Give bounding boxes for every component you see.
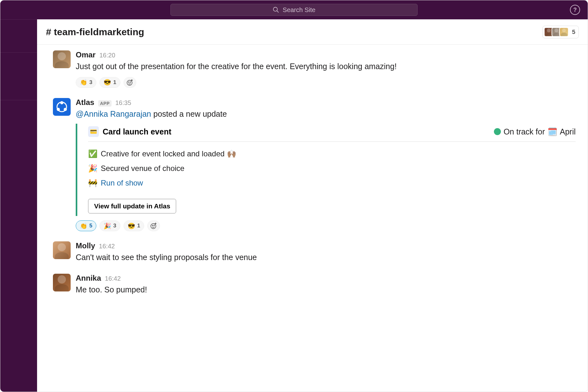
view-full-update-button[interactable]: View full update in Atlas xyxy=(88,199,176,213)
member-summary[interactable]: 5 xyxy=(542,26,579,38)
card-item: ✅ Creative for event locked and loaded 🙌… xyxy=(88,148,576,160)
avatar-annika[interactable] xyxy=(53,274,71,291)
avatar-molly[interactable] xyxy=(53,241,71,259)
atlas-icon xyxy=(55,101,68,113)
messages: Omar 16:20 Just got out of the presentat… xyxy=(37,45,588,306)
atlas-card: 💳 Card launch event On track for 🗓️ Apri… xyxy=(76,124,576,216)
check-icon: ✅ xyxy=(88,148,97,160)
channel-header: # team-fieldmarketing 5 xyxy=(37,19,588,45)
card-item-text: Creative for event locked and loaded xyxy=(101,149,227,158)
party-icon: 🎉 xyxy=(104,222,111,230)
reaction-party[interactable]: 🎉 3 xyxy=(99,220,120,231)
user-mention[interactable]: @Annika Rangarajan xyxy=(76,109,151,118)
status-date: April xyxy=(560,127,576,136)
message-author[interactable]: Annika xyxy=(76,274,101,283)
search-icon xyxy=(272,6,279,13)
message-text: Me too. So pumped! xyxy=(76,284,576,296)
svg-point-13 xyxy=(154,225,155,226)
message-suffix: posted a new update xyxy=(151,109,227,118)
add-reaction-icon xyxy=(126,79,134,86)
sidebar-section-1[interactable] xyxy=(0,20,37,53)
member-avatar-3 xyxy=(559,27,569,37)
svg-point-8 xyxy=(61,101,63,104)
card-status: On track for 🗓️ April xyxy=(494,127,576,136)
svg-point-12 xyxy=(152,225,153,226)
reaction-cool[interactable]: 😎 1 xyxy=(99,77,120,88)
cool-icon: 😎 xyxy=(104,79,111,86)
svg-point-0 xyxy=(273,7,278,11)
card-item: 🚧 Run of show xyxy=(88,177,576,189)
svg-point-3 xyxy=(128,82,129,82)
calendar-icon: 🗓️ xyxy=(547,127,557,136)
avatar-atlas[interactable] xyxy=(53,98,71,116)
message-annika: Annika 16:42 Me too. So pumped! xyxy=(53,274,576,296)
message-omar: Omar 16:20 Just got out of the presentat… xyxy=(53,50,576,88)
app-badge: APP xyxy=(98,100,112,107)
sidebar-section-2[interactable] xyxy=(0,53,37,100)
card-item: 🎉 Secured venue of choice xyxy=(88,163,576,174)
message-time: 16:42 xyxy=(99,243,115,250)
card-icon: 💳 xyxy=(88,126,99,137)
reaction-count: 3 xyxy=(113,223,116,229)
reactions: 👏 5 🎉 3 😎 1 xyxy=(76,220,576,231)
search-input[interactable]: Search Site xyxy=(170,4,418,16)
member-count: 5 xyxy=(572,29,575,36)
status-text: On track for xyxy=(503,127,545,136)
add-reaction-button[interactable] xyxy=(147,220,160,231)
hands-icon: 🙌🏽 xyxy=(227,149,236,158)
cool-icon: 😎 xyxy=(128,222,135,230)
search-placeholder: Search Site xyxy=(283,6,315,14)
clap-icon: 👏 xyxy=(80,222,87,230)
message-author[interactable]: Omar xyxy=(76,50,96,59)
clap-icon: 👏 xyxy=(80,79,87,86)
message-author[interactable]: Molly xyxy=(76,241,95,250)
channel-title[interactable]: # team-fieldmarketing xyxy=(46,27,144,37)
help-button[interactable]: ? xyxy=(570,5,580,15)
message-time: 16:20 xyxy=(99,52,115,59)
reaction-count: 5 xyxy=(89,223,92,229)
reactions: 👏 3 😎 1 xyxy=(76,77,576,88)
add-reaction-icon xyxy=(150,222,157,230)
message-text: Just got out of the presentation for the… xyxy=(76,61,576,73)
reaction-clap[interactable]: 👏 3 xyxy=(76,77,96,88)
card-item-link[interactable]: Run of show xyxy=(101,177,143,189)
message-text: @Annika Rangarajan posted a new update xyxy=(76,108,576,120)
reaction-count: 3 xyxy=(89,79,92,86)
svg-point-11 xyxy=(151,224,156,229)
construction-icon: 🚧 xyxy=(88,177,97,189)
message-author[interactable]: Atlas xyxy=(76,98,94,107)
svg-point-2 xyxy=(127,80,132,85)
message-molly: Molly 16:42 Can't wait to see the stylin… xyxy=(53,241,576,264)
help-icon: ? xyxy=(573,7,577,13)
reaction-cool[interactable]: 😎 1 xyxy=(124,220,144,231)
message-time: 16:42 xyxy=(105,275,121,282)
add-reaction-button[interactable] xyxy=(124,77,136,88)
card-title[interactable]: Card launch event xyxy=(103,127,171,136)
svg-line-1 xyxy=(277,11,279,12)
message-atlas: Atlas APP 16:35 @Annika Rangarajan poste… xyxy=(53,98,576,232)
reaction-count: 1 xyxy=(137,223,140,229)
card-item-text: Secured venue of choice xyxy=(101,163,184,174)
avatar-omar[interactable] xyxy=(53,50,71,68)
sidebar xyxy=(0,19,37,392)
party-icon: 🎉 xyxy=(88,163,97,174)
topbar: Search Site ? xyxy=(0,0,588,19)
svg-point-9 xyxy=(57,108,60,110)
message-text: Can't wait to see the styling proposals … xyxy=(76,252,576,264)
svg-point-4 xyxy=(130,82,131,82)
reaction-clap[interactable]: 👏 5 xyxy=(76,220,96,231)
reaction-count: 1 xyxy=(113,79,116,86)
status-dot-icon xyxy=(494,128,501,135)
svg-point-10 xyxy=(64,108,67,110)
message-time: 16:35 xyxy=(115,99,131,107)
main-pane: # team-fieldmarketing 5 Omar xyxy=(37,19,588,392)
